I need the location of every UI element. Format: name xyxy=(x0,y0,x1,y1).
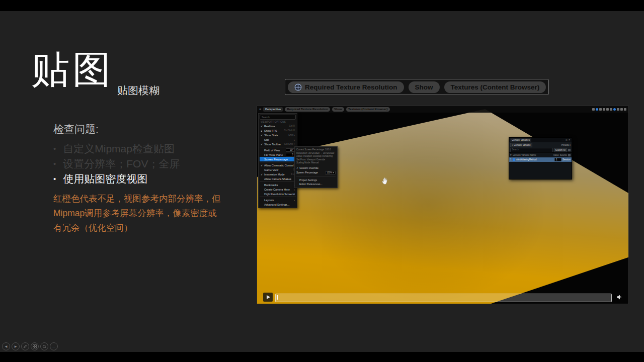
menu-item-layouts: Layouts› xyxy=(260,198,296,202)
ellipsis-icon: … xyxy=(52,345,55,348)
see-all-slides-button[interactable] xyxy=(31,342,39,350)
checklist-item-label: 自定义Mipmap检查贴图 xyxy=(63,141,175,156)
callout-pillbar: Required Texture Resolution Show Texture… xyxy=(285,79,549,95)
delete-icon xyxy=(568,154,571,156)
presets-button: Presets ▾ xyxy=(561,144,571,146)
pill-label: Textures (Content Browser) xyxy=(451,83,540,91)
menu-item-game-view: Game ViewG xyxy=(260,167,296,172)
slide-subtitle: 贴图模糊 xyxy=(117,83,159,98)
menu-item-far-view-plane: Far View Plane0 xyxy=(260,152,296,157)
check-icon: ✓ xyxy=(261,164,263,167)
play-button[interactable] xyxy=(263,293,273,302)
letterbox-bottom xyxy=(0,352,644,362)
window-titlebar: Console Variables — □ × xyxy=(509,138,572,142)
viewport-settings-icons xyxy=(592,108,626,111)
pill-show: Show xyxy=(409,81,440,93)
search-input: Search xyxy=(510,148,553,152)
note-line: Mipmap调用参考屏幕分辨率，像素密度或 xyxy=(53,206,260,221)
check-icon: ✓ xyxy=(261,173,263,176)
check-icon: ✓ xyxy=(261,125,263,128)
fov-value: 90° xyxy=(286,148,295,152)
menu-item-immersive-mode: ✓Immersive ModeF11 xyxy=(260,172,296,176)
info-line: Active Viewport: Desktop Rendering xyxy=(296,155,336,158)
play-icon xyxy=(267,295,270,299)
checklist: 检查问题: • 自定义Mipmap检查贴图 • 设置分辨率；FOV；全屏 • 使… xyxy=(53,122,260,235)
check-icon: ✓ xyxy=(296,166,298,169)
bullet-icon: • xyxy=(53,171,56,187)
check-icon: ✓ xyxy=(261,143,263,146)
project-settings-item: Project Settings xyxy=(296,178,336,182)
far-view-plane-value: 0 xyxy=(286,153,295,156)
menu-item-bookmarks: Bookmarks› xyxy=(260,183,296,187)
console-variables-window: Console Variables — □ × + Console Variab… xyxy=(509,137,572,179)
pen-button[interactable] xyxy=(21,342,29,350)
show-button: Show xyxy=(332,107,344,112)
note-line: 红橙色代表不足，视图参考内部分辨率，但 xyxy=(53,192,260,206)
add-console-variable-button: + Console Variable xyxy=(510,143,532,147)
editor-preferences-item: Editor Preferences... xyxy=(296,182,336,186)
info-line: Current Screen Percentage: 100.0 xyxy=(296,148,336,152)
zoom-button[interactable] xyxy=(40,342,48,350)
checklist-item-label: 设置分辨率；FOV；全屏 xyxy=(63,156,180,171)
next-icon: ▶ xyxy=(15,345,17,348)
menu-item-show-fps: ●Show FPSCtrl Shift H xyxy=(260,128,296,133)
slide-title: 贴图 xyxy=(31,50,114,88)
next-slide-button[interactable]: ▶ xyxy=(12,342,20,350)
pill-required-texture-resolution: Required Texture Resolution xyxy=(288,81,404,93)
slides-grid-icon xyxy=(33,344,37,348)
menu-item-show-stats: ✓Show StatsShift L xyxy=(260,133,296,137)
submenu-arrow-icon: › xyxy=(294,138,295,141)
menu-item-allow-cinematic-control: ✓Allow Cinematic Control xyxy=(260,163,296,167)
menu-item-realtime: ✓RealtimeCtrl R xyxy=(260,124,296,128)
content-browser-button: Textures (Content Browser) xyxy=(346,107,390,112)
video-embed[interactable]: ≡ Perspective Required Texture Resolutio… xyxy=(257,106,629,304)
video-progress-bar[interactable] xyxy=(275,294,612,302)
viewport-toolbar: ≡ Perspective Required Texture Resolutio… xyxy=(257,106,628,113)
checklist-item-active: • 使用贴图密度视图 xyxy=(53,171,260,187)
gear-icon xyxy=(568,149,571,151)
screen-percentage-spinner: Screen Percentage 100% ▾ xyxy=(296,171,336,174)
pill-label: Show xyxy=(415,83,433,91)
previous-icon: ◀ xyxy=(5,345,8,348)
menu-search-input: Search xyxy=(260,115,296,120)
crosshair-circle-icon xyxy=(294,83,302,91)
previous-slide-button[interactable]: ◀ xyxy=(2,342,10,350)
search-all-button: Search All xyxy=(554,148,567,152)
textured-plane xyxy=(257,106,628,304)
progress-playhead[interactable] xyxy=(277,295,278,300)
menu-item-stat: Stat› xyxy=(260,137,296,142)
radio-icon: ● xyxy=(261,129,263,132)
checklist-item-label: 使用贴图密度视图 xyxy=(63,171,147,187)
note-line: 有冗余（优化空间） xyxy=(53,221,260,235)
menu-item-create-camera-here: Create Camera Here› xyxy=(260,187,296,192)
table-empty-area xyxy=(509,162,572,179)
checklist-heading: 检查问题: xyxy=(53,122,260,136)
checklist-item: • 自定义Mipmap检查贴图 xyxy=(53,141,260,156)
menu-item-advanced-settings: Advanced Settings... xyxy=(260,202,296,207)
checkbox-icon xyxy=(513,158,515,161)
hamburger-icon: ≡ xyxy=(259,106,261,113)
screen-percentage-submenu: Current Screen Percentage: 100.0 Resolut… xyxy=(294,146,338,188)
bullet-icon: • xyxy=(53,141,56,156)
slideshow-stage: 贴图 贴图模糊 检查问题: • 自定义Mipmap检查贴图 • 设置分辨率；FO… xyxy=(0,0,644,362)
screen-percentage-value: 100% ▾ xyxy=(325,171,336,174)
viewport-options-menu: Search VIEWPORT OPTIONS ✓RealtimeCtrl R … xyxy=(258,113,297,208)
checklist-item: • 设置分辨率；FOV；全屏 xyxy=(53,156,260,171)
table-row-selected: 1 r.AntiAliasingMethod 1 Session xyxy=(509,157,572,162)
perspective-button: Perspective xyxy=(263,107,283,112)
custom-override-checkbox: ✓ Custom Override xyxy=(296,166,336,169)
pen-icon xyxy=(23,344,27,348)
console-variables-search-row: Search Search All xyxy=(509,147,572,152)
viewmode-button: Required Texture Resolution xyxy=(285,107,330,112)
console-variables-toolbar: + Console Variable Presets ▾ xyxy=(509,142,572,147)
menu-item-screen-percentage: Screen Percentage› xyxy=(260,157,296,161)
table-header: # Console Variable Name Value Source xyxy=(509,152,572,157)
submenu-arrow-icon: › xyxy=(294,188,295,191)
more-options-button[interactable]: … xyxy=(50,342,58,350)
note-text: 红橙色代表不足，视图参考内部分辨率，但 Mipmap调用参考屏幕分辨率，像素密度… xyxy=(53,192,260,235)
volume-icon[interactable] xyxy=(616,294,622,300)
hand-cursor-icon xyxy=(381,176,389,185)
magnifier-icon xyxy=(42,344,47,349)
bullet-icon: • xyxy=(53,156,56,171)
info-line: Scaling Mode: Manual xyxy=(296,161,336,165)
